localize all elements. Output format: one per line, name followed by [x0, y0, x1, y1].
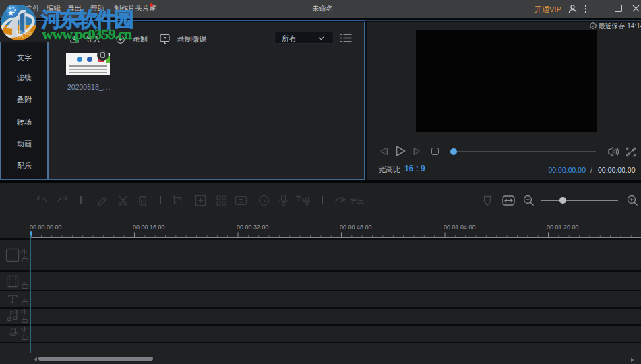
svg-text:软件: 软件 — [15, 29, 33, 39]
